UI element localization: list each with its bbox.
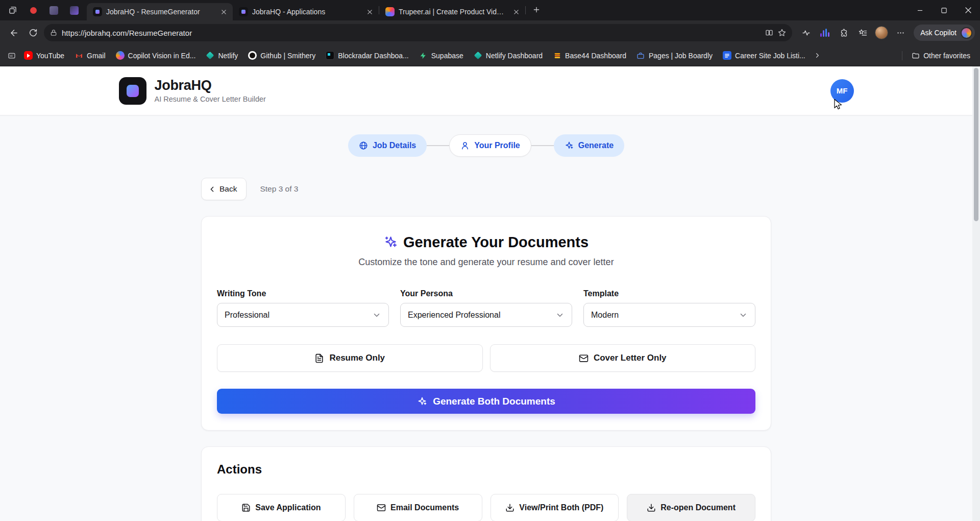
app-title: JobraHQ: [155, 78, 266, 93]
pinned-tab-1-icon[interactable]: [46, 3, 61, 18]
back-button[interactable]: Back: [201, 178, 247, 200]
bookmark-label: Netlify Dashboard: [486, 52, 543, 60]
pinned-tab-2-icon[interactable]: [66, 3, 82, 18]
mouse-cursor: [832, 98, 844, 111]
mail-icon: [377, 503, 386, 512]
stepper: Job Details Your Profile Generate: [0, 134, 972, 157]
page-scrollbar[interactable]: [972, 66, 980, 521]
persona-field: Your Persona Experienced Professional: [400, 289, 572, 327]
bookmark-github-smithery[interactable]: Github | Smithery: [243, 49, 320, 62]
briefcase-favicon: [636, 51, 645, 60]
reopen-document-button[interactable]: Re-open Document: [627, 494, 755, 521]
generate-card: Generate Your Documents Customize the to…: [201, 216, 771, 431]
view-print-both-button[interactable]: View/Print Both (PDF): [491, 494, 619, 521]
ask-copilot-button[interactable]: Ask Copilot: [914, 25, 975, 41]
address-bar[interactable]: https://jobrahq.com/ResumeGenerator: [44, 24, 792, 41]
window-close-button[interactable]: [956, 0, 980, 20]
add-favorite-star-icon[interactable]: [778, 29, 786, 37]
cover-letter-only-button[interactable]: Cover Letter Only: [490, 344, 756, 372]
bookmark-copilot-vision[interactable]: Copilot Vision in Ed...: [111, 49, 201, 62]
select-value: Modern: [591, 311, 619, 320]
url-text[interactable]: https://jobrahq.com/ResumeGenerator: [62, 29, 761, 37]
bookmarks-overflow-chevron[interactable]: [811, 49, 824, 62]
bookmark-netlify-dashboard[interactable]: Netlify Dashboard: [469, 49, 547, 62]
bookmark-label: Copilot Vision in Ed...: [128, 52, 196, 60]
browser-toolbar: https://jobrahq.com/ResumeGenerator: [0, 20, 980, 45]
browser-essentials-icon[interactable]: [797, 24, 815, 41]
tab-trupeer[interactable]: Trupeer.ai | Create Product Videos: [379, 3, 525, 20]
tab-actions-button[interactable]: [5, 3, 20, 18]
download-icon: [647, 503, 656, 512]
generate-card-title: Generate Your Documents: [403, 234, 589, 251]
step-your-profile[interactable]: Your Profile: [449, 134, 531, 157]
chevron-down-icon: [555, 311, 565, 320]
save-application-button[interactable]: Save Application: [217, 494, 346, 521]
tab-close-icon[interactable]: [511, 7, 521, 17]
window-maximize-button[interactable]: [932, 0, 956, 20]
chevron-down-icon: [739, 311, 748, 320]
sparkles-icon: [384, 235, 398, 249]
mail-icon: [579, 353, 589, 363]
tab-close-icon[interactable]: [364, 7, 375, 17]
new-tab-button[interactable]: [529, 2, 544, 17]
template-select[interactable]: Modern: [583, 303, 755, 327]
favorites-star-list-icon[interactable]: [854, 24, 871, 41]
wave-extension-icon[interactable]: [816, 24, 834, 41]
extensions-puzzle-icon[interactable]: [835, 24, 852, 41]
bookmark-career-site[interactable]: Career Site Job Listi...: [718, 49, 810, 62]
bookmark-label: YouTube: [36, 52, 64, 60]
bookmark-label: Github | Smithery: [260, 52, 315, 60]
writing-tone-label: Writing Tone: [217, 289, 389, 298]
cover-letter-only-label: Cover Letter Only: [594, 353, 667, 363]
step-generate[interactable]: Generate: [554, 134, 624, 157]
blockradar-favicon: [326, 51, 334, 60]
pinned-tab-recording-icon[interactable]: [26, 3, 41, 18]
other-favorites-label: Other favorites: [923, 52, 970, 60]
icon-only-bookmark[interactable]: [5, 49, 18, 62]
settings-ellipsis-icon[interactable]: [892, 24, 909, 41]
app-header: JobraHQ AI Resume & Cover Letter Builder…: [0, 66, 972, 115]
bookmark-label: Netlify: [218, 52, 238, 60]
other-favorites-button[interactable]: Other favorites: [906, 49, 975, 62]
bookmark-base44[interactable]: Base44 Dashboard: [548, 49, 631, 62]
bookmark-blockradar[interactable]: Blockradar Dashboa...: [321, 49, 413, 62]
globe-icon: [359, 141, 368, 150]
email-documents-button[interactable]: Email Documents: [354, 494, 482, 521]
persona-select[interactable]: Experienced Professional: [400, 303, 572, 327]
tab-jobrahq-resumegenerator[interactable]: JobraHQ - ResumeGenerator: [87, 3, 233, 20]
tab-jobrahq-applications[interactable]: JobraHQ - Applications: [233, 3, 379, 20]
ask-copilot-label: Ask Copilot: [920, 29, 957, 37]
resume-only-label: Resume Only: [329, 353, 385, 363]
bookmark-supabase[interactable]: Supabase: [414, 49, 468, 62]
jobrahq-logo: [119, 77, 146, 105]
refresh-button[interactable]: [24, 24, 42, 41]
copilot-vision-favicon: [116, 51, 125, 60]
bookmark-youtube[interactable]: YouTube: [19, 49, 69, 62]
generate-both-button[interactable]: Generate Both Documents: [217, 389, 755, 414]
profile-avatar[interactable]: [873, 24, 890, 41]
reopen-document-label: Re-open Document: [660, 503, 736, 512]
step-indicator: Step 3 of 3: [260, 184, 298, 194]
resume-only-button[interactable]: Resume Only: [217, 344, 483, 372]
scrollbar-thumb[interactable]: [974, 68, 978, 221]
actions-card: Actions Save Application Email Documents…: [201, 446, 771, 521]
step-job-details[interactable]: Job Details: [348, 134, 427, 157]
generate-both-label: Generate Both Documents: [433, 396, 555, 407]
bookmark-job-boardly[interactable]: Pages | Job Boardly: [632, 49, 717, 62]
site-info-lock-icon[interactable]: [50, 29, 57, 36]
bookmark-gmail[interactable]: Gmail: [70, 49, 110, 62]
split-screen-icon[interactable]: [765, 29, 773, 37]
bookmark-netlify[interactable]: Netlify: [201, 49, 242, 62]
page-viewport: JobraHQ AI Resume & Cover Letter Builder…: [0, 66, 972, 521]
tab-title: JobraHQ - Applications: [252, 8, 360, 16]
supabase-favicon: [419, 51, 428, 60]
window-minimize-button[interactable]: [908, 0, 932, 20]
step-connector: [427, 145, 449, 146]
tab-close-icon[interactable]: [218, 7, 229, 17]
select-value: Professional: [225, 311, 270, 320]
window-controls: [908, 0, 980, 20]
back-navigation-button[interactable]: [5, 24, 22, 41]
download-icon: [505, 503, 514, 512]
writing-tone-select[interactable]: Professional: [217, 303, 389, 327]
step-label: Job Details: [373, 141, 416, 150]
